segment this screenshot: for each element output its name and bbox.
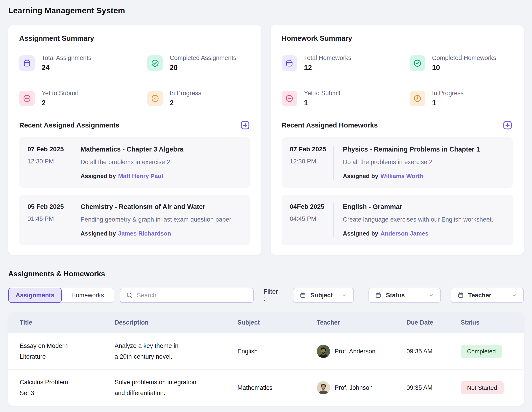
clock-icon — [147, 91, 163, 106]
cell-teacher: Prof. Anderson — [317, 345, 407, 358]
assigned-by-name[interactable]: Matt Henry Paul — [118, 173, 163, 179]
plus-square-icon — [240, 120, 250, 130]
summary-cards-row: Assignment Summary Total Assignments 24 — [8, 25, 524, 255]
recent-homeworks-header: Recent Assigned Homeworks — [282, 120, 513, 130]
item-title: Chemistry - Reationsm of Air and Water — [81, 203, 231, 211]
dropdown-label: Status — [386, 292, 405, 299]
assignment-stats-grid: Total Assignments 24 Completed Assignmen… — [19, 54, 250, 107]
stat-in-progress-assignments: In Progress 2 — [147, 90, 250, 107]
teacher-name: Prof. Johnson — [335, 384, 373, 392]
subject-filter-dropdown[interactable]: Subject — [293, 288, 354, 303]
add-homework-button[interactable] — [502, 120, 513, 130]
column-header-teacher: Teacher — [317, 319, 407, 326]
status-badge: Not Started — [461, 381, 504, 394]
column-header-title: Title — [20, 319, 114, 326]
calendar-icon — [299, 292, 306, 299]
cell-subject: Mathematics — [238, 384, 317, 392]
minus-circle-icon — [19, 91, 35, 106]
item-time: 04:45 PM — [290, 215, 333, 223]
list-controls: Assignments Homeworks Filter : Subject S… — [8, 288, 524, 303]
teacher-filter-dropdown[interactable]: Teacher — [451, 288, 524, 303]
cell-due-date: 09:35 AM — [407, 384, 461, 392]
homework-list-item: 07 Feb 2025 12:30 PM Physics - Remaining… — [282, 137, 513, 188]
stat-label: Completed Homeworks — [432, 54, 496, 62]
cell-title: Essay on Modern Literature — [20, 341, 114, 362]
assigned-by-name[interactable]: Williams Worth — [380, 173, 423, 179]
tab-assignments[interactable]: Assignments — [8, 288, 62, 303]
assigned-by-name[interactable]: James Richardson — [118, 230, 171, 237]
stat-label: Total Assignments — [42, 54, 92, 62]
lms-dashboard: Learning Management System Assignment Su… — [0, 0, 532, 406]
stat-label: Yet to Submit — [42, 90, 78, 97]
stat-label: Completed Assignments — [170, 54, 236, 62]
stat-value: 12 — [304, 64, 351, 72]
table-row[interactable]: Essay on Modern Literature Analyze a key… — [8, 333, 524, 369]
stat-value: 20 — [170, 64, 236, 72]
add-assignment-button[interactable] — [240, 120, 250, 130]
item-time: 12:30 PM — [290, 158, 333, 165]
status-badge: Completed — [461, 345, 502, 358]
chevron-down-icon — [511, 292, 517, 298]
minus-circle-icon — [282, 91, 297, 106]
item-time: 12:30 PM — [28, 158, 71, 165]
calendar-icon — [375, 292, 382, 299]
stat-value: 2 — [170, 99, 201, 107]
item-description: Create language exercises with our Engli… — [343, 216, 493, 223]
search-input[interactable] — [137, 292, 248, 299]
stat-value: 1 — [304, 99, 341, 107]
assigned-by-label: Assigned by — [343, 230, 378, 237]
calendar-icon — [282, 55, 297, 71]
column-header-due-date: Due Date — [407, 319, 461, 326]
stat-label: Yet to Submit — [304, 90, 341, 97]
tab-homeworks[interactable]: Homeworks — [61, 288, 114, 303]
assigned-by-label: Assigned by — [81, 173, 116, 179]
calendar-icon — [19, 55, 35, 71]
recent-homeworks-title: Recent Assigned Homeworks — [282, 121, 378, 129]
status-filter-dropdown[interactable]: Status — [369, 288, 440, 303]
search-box[interactable] — [120, 288, 254, 303]
item-description: Do all the problems in exercise 2 — [343, 159, 480, 166]
item-date: 05 Feb 2025 — [28, 203, 71, 210]
teacher-avatar — [317, 381, 330, 394]
assigned-by-name[interactable]: Anderson James — [380, 230, 429, 237]
stat-total-homeworks: Total Homeworks 12 — [282, 54, 410, 72]
item-title: English - Grammar — [343, 203, 493, 211]
homework-summary-card: Homework Summary Total Homeworks 12 — [271, 25, 524, 255]
cell-subject: English — [238, 348, 317, 355]
cell-teacher: Prof. Johnson — [317, 381, 407, 394]
assignment-summary-card: Assignment Summary Total Assignments 24 — [8, 25, 261, 255]
item-description: Pending geometry & graph in last exam qu… — [81, 216, 231, 223]
teacher-avatar — [317, 345, 330, 358]
stat-value: 1 — [432, 99, 464, 107]
dropdown-label: Subject — [310, 292, 333, 299]
item-date: 07 Feb 2025 — [28, 146, 71, 153]
assignment-list-item: 05 Feb 2025 01:45 PM Chemistry - Reation… — [19, 195, 250, 245]
teacher-name: Prof. Anderson — [335, 348, 376, 355]
recent-assignments-title: Recent Assigned Assignments — [19, 121, 119, 129]
assigned-by-label: Assigned by — [343, 173, 378, 179]
stat-label: In Progress — [170, 90, 201, 97]
cell-title: Calculus Problem Set 3 — [20, 377, 114, 399]
stat-label: In Progress — [432, 90, 464, 97]
column-header-description: Description — [114, 319, 238, 326]
item-date: 07 Feb 2025 — [290, 146, 333, 153]
table-row[interactable]: Calculus Problem Set 3 Solve problems on… — [8, 369, 524, 406]
item-title: Physics - Remaining Problems in Chapter … — [343, 146, 480, 153]
stat-completed-homeworks: Completed Homeworks 10 — [410, 54, 513, 72]
calendar-icon — [457, 292, 464, 299]
stat-in-progress-homeworks: In Progress 1 — [410, 90, 513, 107]
assignment-summary-title: Assignment Summary — [19, 34, 250, 43]
recent-assignments-header: Recent Assigned Assignments — [19, 120, 250, 130]
item-title: Mathematics - Chapter 3 Algebra — [81, 146, 183, 153]
stat-yet-to-submit-homeworks: Yet to Submit 1 — [282, 90, 410, 107]
check-circle-icon — [147, 55, 163, 71]
check-circle-icon — [410, 55, 425, 71]
table-header-row: Title Description Subject Teacher Due Da… — [8, 312, 524, 333]
filter-label: Filter : — [264, 288, 281, 303]
chevron-down-icon — [428, 292, 434, 298]
dropdown-label: Teacher — [468, 292, 492, 299]
assignments-table: Title Description Subject Teacher Due Da… — [8, 312, 524, 406]
cell-due-date: 09:35 AM — [407, 348, 461, 355]
homework-stats-grid: Total Homeworks 12 Completed Homeworks 1… — [282, 54, 513, 107]
cell-description: Analyze a key theme in a 20th-century no… — [114, 341, 238, 362]
